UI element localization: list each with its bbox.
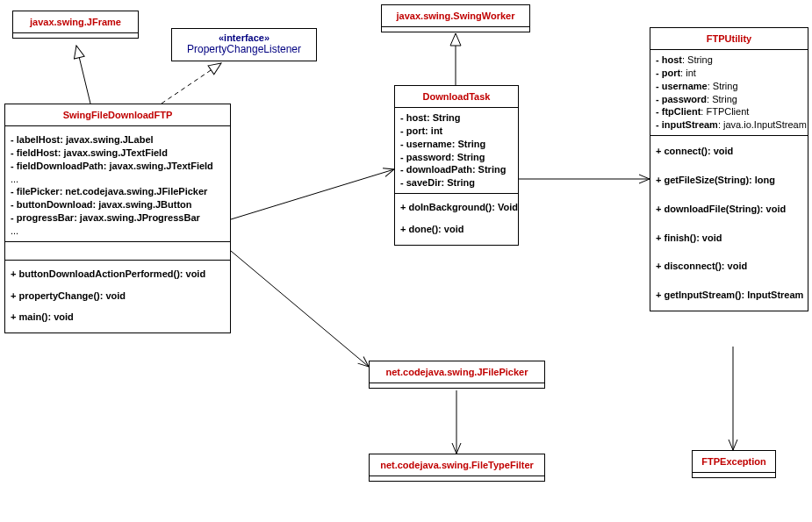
op: + main(): void bbox=[11, 311, 225, 324]
class-ftputility: FTPUtility - host: String - port: int - … bbox=[650, 27, 808, 311]
op: + propertyChange(): void bbox=[11, 290, 225, 311]
class-title: DownloadTask bbox=[395, 86, 518, 107]
class-ftpexception: FTPException bbox=[692, 450, 776, 478]
op: + downloadFile(String): void bbox=[656, 203, 802, 232]
attr: - host: String bbox=[656, 54, 802, 67]
attr: - password: String bbox=[656, 93, 802, 106]
attr: - saveDir: String bbox=[400, 176, 513, 189]
attr: - filePicker: net.codejava.swing.JFilePi… bbox=[11, 185, 225, 198]
class-filetypefilter: net.codejava.swing.FileTypeFilter bbox=[369, 454, 545, 482]
op: + connect(): void bbox=[656, 139, 802, 174]
attr: - progressBar: javax.swing.JProgressBar bbox=[11, 211, 225, 225]
attributes-section: - host: String - port: int - username: S… bbox=[395, 107, 518, 193]
stereotype-label: «interface» bbox=[172, 29, 316, 43]
attr: - password: String bbox=[400, 151, 513, 164]
attr: - host: String bbox=[400, 111, 513, 125]
class-title: net.codejava.swing.FileTypeFilter bbox=[370, 454, 544, 476]
attr: - fieldHost: javax.swing.JTextField bbox=[11, 147, 225, 160]
attr: - port: int bbox=[656, 67, 802, 80]
class-title: javax.swing.SwingWorker bbox=[382, 5, 529, 26]
attributes-section: - labelHost: javax.swing.JLabel - fieldH… bbox=[5, 125, 230, 241]
op: + getFileSize(String): long bbox=[656, 174, 802, 203]
class-jfilepicker: net.codejava.swing.JFilePicker bbox=[369, 361, 545, 389]
operations-section: + connect(): void + getFileSize(String):… bbox=[650, 135, 808, 311]
ellipsis: ... bbox=[11, 225, 225, 238]
class-swingfiledownloadftp: SwingFileDownloadFTP - labelHost: javax.… bbox=[4, 104, 231, 333]
attr: - downloadPath: String bbox=[400, 163, 513, 176]
op: + buttonDownloadActionPerformed(): void bbox=[11, 268, 225, 290]
attr: - buttonDownload: javax.swing.JButton bbox=[11, 198, 225, 211]
op: + getInputStream(): InputStream bbox=[656, 289, 802, 302]
class-jframe: javax.swing.JFrame bbox=[12, 11, 139, 39]
class-downloadtask: DownloadTask - host: String - port: int … bbox=[394, 85, 519, 246]
attr: - username: String bbox=[656, 80, 802, 93]
realize-sfdf-pcl bbox=[162, 63, 221, 104]
class-swingworker: javax.swing.SwingWorker bbox=[381, 4, 530, 32]
operations-section: + buttonDownloadActionPerformed(): void … bbox=[5, 260, 230, 333]
attr: - ftpClient: FTPClient bbox=[656, 105, 802, 118]
op: + done(): void bbox=[400, 223, 513, 236]
ellipsis: ... bbox=[11, 173, 225, 186]
gen-sfdf-jframe bbox=[76, 46, 90, 104]
attributes-section: - host: String - port: int - username: S… bbox=[650, 49, 808, 135]
class-title: FTPException bbox=[693, 451, 775, 472]
attr: - username: String bbox=[400, 138, 513, 151]
operations-section: + doInBackground(): Void + done(): void bbox=[395, 193, 518, 245]
assoc-sfdf-jfilepicker bbox=[231, 251, 369, 367]
attr: - port: int bbox=[400, 125, 513, 138]
interface-property-change-listener: «interface» PropertyChangeListener bbox=[171, 28, 317, 61]
op: + doInBackground(): Void bbox=[400, 201, 513, 223]
class-title: net.codejava.swing.JFilePicker bbox=[370, 361, 544, 383]
attr: - inputStream: java.io.InputStream bbox=[656, 118, 802, 132]
class-title: FTPUtility bbox=[650, 28, 808, 49]
class-title: SwingFileDownloadFTP bbox=[5, 104, 230, 125]
attr: - labelHost: javax.swing.JLabel bbox=[11, 133, 225, 147]
interface-name: PropertyChangeListener bbox=[172, 43, 316, 61]
empty-section bbox=[5, 241, 230, 260]
assoc-sfdf-downloadtask bbox=[231, 169, 394, 219]
op: + disconnect(): void bbox=[656, 260, 802, 289]
class-title: javax.swing.JFrame bbox=[13, 11, 138, 32]
op: + finish(): void bbox=[656, 232, 802, 261]
attr: - fieldDownloadPath: javax.swing.JTextFi… bbox=[11, 160, 225, 173]
